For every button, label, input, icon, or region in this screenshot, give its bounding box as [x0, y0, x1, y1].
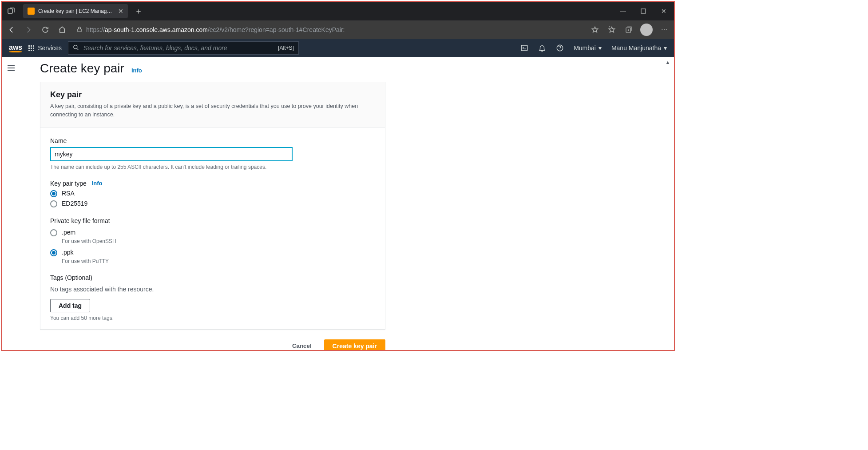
favorites-icon[interactable] [606, 24, 617, 35]
back-button[interactable] [6, 24, 17, 35]
url-text: https://ap-south-1.console.aws.amazon.co… [86, 26, 345, 33]
help-icon[interactable] [556, 44, 564, 52]
new-tab-button[interactable]: ＋ [132, 6, 145, 16]
type-label: Key pair type [50, 180, 87, 187]
radio-label: .pem [62, 229, 75, 236]
window-maximize-icon[interactable] [633, 2, 654, 20]
aws-favicon-icon [28, 8, 35, 15]
search-shortcut: [Alt+S] [278, 45, 294, 51]
hamburger-icon [8, 65, 15, 71]
format-radio-ppk[interactable]: .ppk For use with PuTTY [50, 249, 375, 264]
type-info-link[interactable]: Info [92, 180, 103, 187]
aws-logo-icon[interactable]: aws [9, 44, 22, 52]
name-input[interactable] [50, 147, 293, 161]
radio-sublabel: For use with OpenSSH [62, 238, 375, 244]
sidebar-toggle[interactable] [2, 57, 20, 350]
app-window: Create key pair | EC2 Manageme ✕ ＋ ― ✕ h… [1, 1, 675, 351]
type-label-row: Key pair type Info [50, 180, 375, 187]
actions-row: Cancel Create key pair [40, 330, 385, 350]
name-help: The name can include up to 255 ASCII cha… [50, 164, 375, 170]
create-keypair-button[interactable]: Create key pair [324, 339, 385, 350]
more-icon[interactable]: ⋯ [659, 24, 670, 35]
aws-search-input[interactable]: Search for services, features, blogs, do… [68, 41, 299, 55]
region-selector[interactable]: Mumbai ▾ [574, 44, 602, 52]
tab-close-icon[interactable]: ✕ [118, 8, 123, 15]
radio-label: ED25519 [62, 200, 87, 207]
user-label: Manu Manjunatha [611, 44, 661, 52]
window-minimize-icon[interactable]: ― [613, 2, 633, 20]
refresh-button[interactable] [40, 24, 51, 35]
aws-nav-right: Mumbai ▾ Manu Manjunatha ▾ [520, 44, 667, 52]
tags-empty-text: No tags associated with the resource. [50, 286, 375, 293]
region-label: Mumbai [574, 44, 596, 52]
radio-icon [50, 229, 57, 236]
browser-tab-active[interactable]: Create key pair | EC2 Manageme ✕ [23, 4, 128, 18]
svg-rect-2 [78, 29, 81, 32]
window-close-icon[interactable]: ✕ [654, 2, 674, 20]
page-title: Create key pair [40, 61, 124, 76]
lock-icon [76, 26, 83, 34]
content-row: ▲ Create key pair Info Key pair A key pa… [2, 57, 674, 350]
type-radio-rsa[interactable]: RSA [50, 190, 375, 197]
radio-icon [50, 249, 57, 256]
info-link[interactable]: Info [131, 67, 142, 74]
search-icon [73, 44, 79, 52]
grid-icon [28, 45, 34, 51]
collections-icon[interactable] [623, 24, 634, 35]
notifications-icon[interactable] [538, 44, 546, 52]
panel-desc: A key pair, consisting of a private key … [50, 102, 375, 119]
panel-title: Key pair [50, 90, 375, 100]
caret-down-icon: ▾ [598, 44, 602, 52]
format-group: Private key file format .pem For use wit… [50, 217, 375, 264]
services-label: Services [38, 44, 62, 52]
panel-header: Key pair A key pair, consisting of a pri… [40, 82, 385, 127]
services-button[interactable]: Services [28, 44, 62, 52]
tags-label: Tags (Optional) [50, 274, 375, 281]
browser-titlebar: Create key pair | EC2 Manageme ✕ ＋ ― ✕ [2, 2, 674, 20]
cloudshell-icon[interactable] [520, 44, 528, 52]
radio-icon [50, 190, 57, 197]
tab-strip: Create key pair | EC2 Manageme ✕ ＋ [6, 2, 145, 20]
tab-title: Create key pair | EC2 Manageme [38, 8, 114, 14]
svg-rect-1 [641, 9, 646, 13]
caret-down-icon: ▾ [664, 44, 667, 52]
svg-point-4 [74, 45, 77, 48]
cancel-button[interactable]: Cancel [284, 339, 320, 350]
type-radio-ed25519[interactable]: ED25519 [50, 200, 375, 207]
browser-toolbar: https://ap-south-1.console.aws.amazon.co… [2, 20, 674, 39]
svg-rect-5 [521, 45, 527, 51]
name-group: Name The name can include up to 255 ASCI… [50, 137, 375, 170]
name-label: Name [50, 137, 375, 144]
tags-group: Tags (Optional) No tags associated with … [50, 274, 375, 321]
main-content: Create key pair Info Key pair A key pair… [20, 57, 674, 350]
toolbar-right: ⋯ [590, 24, 670, 36]
page-header: Create key pair Info [40, 61, 662, 76]
radio-sublabel: For use with PuTTY [62, 258, 375, 264]
type-group: Key pair type Info RSA ED25519 [50, 180, 375, 207]
keypair-panel: Key pair A key pair, consisting of a pri… [40, 82, 385, 330]
profile-avatar[interactable] [640, 24, 653, 36]
aws-top-nav: aws Services Search for services, featur… [2, 39, 674, 57]
panel-body: Name The name can include up to 255 ASCI… [40, 127, 385, 329]
format-label: Private key file format [50, 217, 375, 224]
scroll-up-icon[interactable]: ▲ [663, 58, 673, 67]
radio-label: RSA [62, 190, 75, 197]
radio-label: .ppk [62, 249, 73, 256]
radio-icon [50, 200, 57, 207]
add-favorite-icon[interactable] [590, 24, 600, 35]
tab-overview-icon[interactable] [6, 6, 16, 16]
add-tag-button[interactable]: Add tag [50, 299, 90, 312]
tags-help: You can add 50 more tags. [50, 315, 375, 321]
url-bar[interactable]: https://ap-south-1.console.aws.amazon.co… [74, 23, 583, 37]
user-menu[interactable]: Manu Manjunatha ▾ [611, 44, 667, 52]
search-placeholder: Search for services, features, blogs, do… [83, 44, 273, 52]
svg-rect-0 [8, 9, 12, 13]
format-radio-pem[interactable]: .pem For use with OpenSSH [50, 229, 375, 244]
home-button[interactable] [57, 24, 67, 35]
forward-button[interactable] [23, 24, 34, 35]
window-controls: ― ✕ [613, 2, 674, 20]
